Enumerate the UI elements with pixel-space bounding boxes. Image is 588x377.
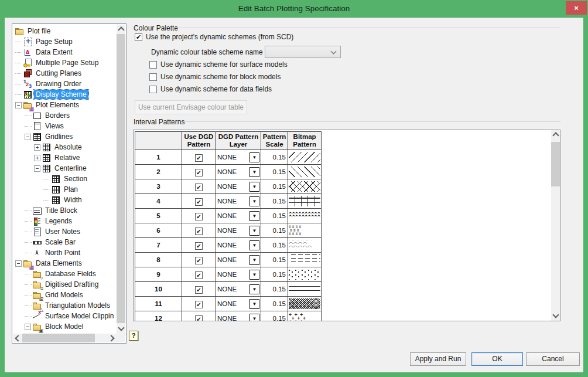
pattern-scale-cell[interactable]: 0.15 xyxy=(261,223,288,238)
use-dgd-pattern-checkbox[interactable]: ✔ xyxy=(195,213,203,220)
tree-item[interactable]: North Point xyxy=(13,247,117,258)
tree-item[interactable]: 2Drawing Order xyxy=(13,79,117,89)
tree-item[interactable]: Absolute xyxy=(13,142,117,152)
tree-item[interactable]: ○Database Fields xyxy=(13,269,117,279)
bitmap-pattern-cell[interactable] xyxy=(288,297,322,311)
bitmap-pattern-cell[interactable] xyxy=(288,267,322,282)
use-dgd-pattern-checkbox[interactable]: ✔ xyxy=(195,184,203,191)
layer-dropdown-icon[interactable]: ▼ xyxy=(249,240,259,250)
use-dgd-pattern-checkbox[interactable]: ✔ xyxy=(195,154,203,162)
tree-item[interactable]: Cutting Planes xyxy=(13,68,117,79)
layer-dropdown-icon[interactable]: ▼ xyxy=(249,211,259,221)
block-models-checkbox-row[interactable]: Use dynamic scheme for block models xyxy=(149,73,281,81)
pattern-scale-cell[interactable]: 0.15 xyxy=(261,311,288,321)
surface-models-checkbox-row[interactable]: Use dynamic scheme for surface models xyxy=(149,60,288,69)
use-dgd-pattern-checkbox[interactable]: ✔ xyxy=(195,271,203,279)
bitmap-pattern-cell[interactable] xyxy=(288,179,322,194)
tree-item[interactable]: Page Setup xyxy=(13,36,117,47)
tree-item[interactable]: Scale Bar xyxy=(13,237,117,247)
bitmap-pattern-cell[interactable] xyxy=(288,311,322,321)
tree-item[interactable]: ≡Digitised Drafting xyxy=(13,279,117,290)
bitmap-pattern-cell[interactable] xyxy=(288,194,322,209)
dynamic-schemes-checkbox[interactable] xyxy=(135,33,142,41)
pattern-scale-cell[interactable]: 0.15 xyxy=(261,282,288,297)
bitmap-pattern-cell[interactable] xyxy=(288,165,322,179)
tree-item[interactable]: Data Extent xyxy=(13,47,117,57)
tree-item[interactable]: △Triangulation Models xyxy=(13,300,117,311)
tree-item[interactable]: Gridlines xyxy=(13,131,117,142)
close-icon[interactable]: × xyxy=(566,1,587,15)
collapse-icon[interactable] xyxy=(15,102,22,108)
use-dgd-pattern-checkbox[interactable]: ✔ xyxy=(195,227,203,235)
tree-item[interactable]: Plot file xyxy=(13,26,117,36)
tree-item[interactable]: Title Block xyxy=(13,205,117,216)
tree-item[interactable]: Surface Model Clippin xyxy=(13,311,117,321)
tree-item[interactable]: Multiple Page Setup xyxy=(13,57,117,68)
layer-dropdown-icon[interactable]: ▼ xyxy=(249,196,259,206)
use-dgd-pattern-checkbox[interactable]: ✔ xyxy=(195,169,203,176)
pattern-scale-cell[interactable]: 0.15 xyxy=(261,150,288,165)
surface-models-checkbox[interactable] xyxy=(149,61,157,69)
tree-hscroll-thumb[interactable] xyxy=(22,334,95,342)
collapse-icon[interactable] xyxy=(34,165,40,172)
layer-dropdown-icon[interactable]: ▼ xyxy=(249,284,259,294)
tree-horizontal-scrollbar[interactable] xyxy=(13,334,117,342)
pattern-scale-cell[interactable]: 0.15 xyxy=(261,267,288,282)
tree-item[interactable]: ▦Data Elements xyxy=(13,258,117,269)
tree-item[interactable]: Display Scheme xyxy=(13,89,117,100)
scroll-up-icon[interactable] xyxy=(118,26,124,33)
tree-item[interactable]: ▣Block Model xyxy=(13,321,117,332)
layer-dropdown-icon[interactable]: ▼ xyxy=(249,299,259,309)
bitmap-pattern-cell[interactable] xyxy=(288,253,322,267)
use-dgd-pattern-checkbox[interactable]: ✔ xyxy=(195,301,203,308)
bitmap-pattern-cell[interactable] xyxy=(288,150,322,165)
collapse-icon[interactable] xyxy=(25,134,31,140)
patterns-vertical-scrollbar[interactable] xyxy=(551,130,560,321)
use-dgd-pattern-checkbox[interactable]: ✔ xyxy=(195,242,203,250)
layer-dropdown-icon[interactable]: ▼ xyxy=(249,152,259,162)
ok-button[interactable]: OK xyxy=(471,352,523,366)
pattern-scale-cell[interactable]: 0.15 xyxy=(261,297,288,311)
expand-icon[interactable] xyxy=(34,155,40,161)
tree-item[interactable]: Width xyxy=(13,195,117,205)
scroll-down-icon[interactable] xyxy=(552,311,559,318)
tree-item[interactable]: User Notes xyxy=(13,226,117,237)
bitmap-pattern-cell[interactable] xyxy=(288,223,322,238)
block-models-checkbox[interactable] xyxy=(149,73,157,81)
layer-dropdown-icon[interactable]: ▼ xyxy=(249,255,259,265)
layer-dropdown-icon[interactable]: ▼ xyxy=(249,314,259,321)
tree-item[interactable]: Section xyxy=(13,174,117,184)
pattern-scale-cell[interactable]: 0.15 xyxy=(261,238,288,253)
layer-dropdown-icon[interactable]: ▼ xyxy=(249,270,259,280)
dynamic-schemes-checkbox-row[interactable]: Use the project's dynamic schemes (from … xyxy=(135,33,293,41)
pattern-scale-cell[interactable]: 0.15 xyxy=(261,179,288,194)
pattern-scale-cell[interactable]: 0.15 xyxy=(261,165,288,179)
scheme-name-select[interactable] xyxy=(265,46,341,58)
tree-item[interactable]: Plan xyxy=(13,184,117,195)
data-fields-checkbox-row[interactable]: Use dynamic scheme for data fields xyxy=(149,85,272,93)
cancel-button[interactable]: Cancel xyxy=(526,352,580,366)
apply-and-run-button[interactable]: Apply and Run xyxy=(410,352,466,366)
tree-vscroll-thumb[interactable] xyxy=(117,34,125,323)
tree-item[interactable]: Relative xyxy=(13,152,117,163)
collapse-icon[interactable] xyxy=(25,324,31,330)
tree-item[interactable]: Centerline xyxy=(13,163,117,174)
scroll-right-icon[interactable] xyxy=(108,335,114,341)
layer-dropdown-icon[interactable]: ▼ xyxy=(249,182,259,192)
data-fields-checkbox[interactable] xyxy=(149,86,157,93)
tree-item[interactable]: ▦Plot Elements xyxy=(13,100,117,110)
pattern-scale-cell[interactable]: 0.15 xyxy=(261,253,288,267)
tree-item[interactable]: Views xyxy=(13,121,117,131)
tree-item[interactable]: Borders xyxy=(13,110,117,121)
tree-item[interactable]: Legends xyxy=(13,216,117,226)
use-dgd-pattern-checkbox[interactable]: ✔ xyxy=(195,286,203,294)
pattern-scale-cell[interactable]: 0.15 xyxy=(261,209,288,223)
patterns-vscroll-thumb[interactable] xyxy=(551,142,560,186)
bitmap-pattern-cell[interactable] xyxy=(288,209,322,223)
pattern-scale-cell[interactable]: 0.15 xyxy=(261,194,288,209)
use-dgd-pattern-checkbox[interactable]: ✔ xyxy=(195,257,203,264)
tree-vertical-scrollbar[interactable] xyxy=(117,25,125,334)
tree-item[interactable]: ⊞Grid Models xyxy=(13,290,117,300)
bitmap-pattern-cell[interactable] xyxy=(288,282,322,297)
scroll-left-icon[interactable] xyxy=(15,335,21,341)
